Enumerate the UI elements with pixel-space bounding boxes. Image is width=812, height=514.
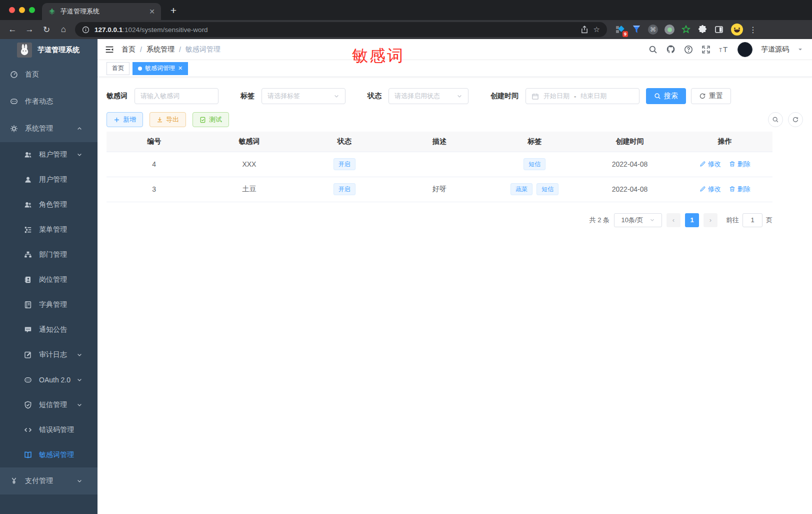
tag-select[interactable]: 请选择标签 (262, 88, 346, 104)
browser-profile-avatar[interactable] (731, 24, 743, 36)
refresh-table-button[interactable] (788, 112, 803, 127)
user-icon (24, 176, 32, 184)
fullscreen-icon[interactable] (702, 45, 710, 54)
site-info-icon[interactable] (82, 26, 90, 34)
cell-created: 2022-04-08 (582, 152, 677, 177)
caret-down-icon[interactable] (798, 47, 803, 52)
reload-button[interactable]: ↻ (39, 22, 54, 37)
add-button[interactable]: 新增 (106, 112, 143, 127)
post-icon (24, 276, 32, 284)
browser-menu-icon[interactable]: ⋮ (749, 25, 757, 35)
column-header: 敏感词 (202, 132, 296, 152)
home-button[interactable]: ⌂ (56, 22, 71, 37)
github-icon[interactable] (666, 45, 676, 54)
breadcrumb-item-home[interactable]: 首页 (122, 45, 136, 54)
prev-page-button[interactable]: ‹ (666, 213, 680, 227)
next-page-button[interactable]: › (704, 213, 718, 227)
export-button[interactable]: 导出 (150, 112, 186, 127)
address-bar[interactable]: 127.0.0.1:1024/system/sensitive-word ☆ (75, 22, 607, 37)
funnel-extension-icon[interactable] (632, 25, 642, 35)
username[interactable]: 芋道源码 (761, 45, 789, 54)
record-extension-icon[interactable] (664, 25, 674, 35)
sidebar-item-7[interactable]: 部门管理 (0, 242, 98, 267)
current-page-button[interactable]: 1 (685, 213, 699, 227)
tags-view-tab-1[interactable]: 敏感词管理✕ (132, 62, 188, 75)
sidebar-item-label: 用户管理 (39, 175, 90, 184)
delete-link[interactable]: 删除 (729, 185, 750, 194)
browser-tab[interactable]: 芋道管理系统 ✕ (42, 3, 161, 20)
date-end-placeholder: 结束日期 (580, 92, 606, 101)
search-icon (654, 93, 661, 100)
shield-icon (24, 401, 32, 409)
browser-tab-title: 芋道管理系统 (60, 7, 144, 16)
status-label: 状态 (368, 92, 382, 101)
sidebar-item-label: 错误码管理 (39, 425, 90, 434)
refresh-icon (699, 93, 706, 100)
edit-link[interactable]: 修改 (700, 185, 721, 194)
search-icon[interactable] (648, 45, 658, 54)
close-window-button[interactable] (9, 7, 15, 13)
sidebar-item-10[interactable]: 通知公告 (0, 317, 98, 342)
download-icon (156, 117, 163, 123)
sidebar-item-8[interactable]: 岗位管理 (0, 267, 98, 292)
star-extension-icon[interactable] (681, 25, 691, 35)
chat-icon (10, 98, 18, 106)
date-range-picker[interactable]: 开始日期 - 结束日期 (526, 88, 640, 104)
sidebar-logo-row[interactable]: 芋道管理系统 (0, 39, 98, 61)
zoom-window-button[interactable] (29, 7, 35, 13)
sidebar-item-3[interactable]: 租户管理 (0, 142, 98, 167)
test-button[interactable]: 测试 (192, 112, 229, 127)
breadcrumb-item-current: 敏感词管理 (186, 45, 220, 54)
book-open-icon (24, 451, 32, 459)
sidebar-item-14[interactable]: 错误码管理 (0, 417, 98, 442)
grid-diamond-extension-icon[interactable]: 9 (615, 25, 625, 35)
puzzle-extensions-icon[interactable] (698, 25, 708, 35)
breadcrumb-item-system[interactable]: 系统管理 (146, 45, 174, 54)
cell-created: 2022-04-08 (582, 177, 677, 202)
new-tab-button[interactable]: + (166, 3, 181, 18)
help-icon[interactable] (684, 45, 693, 54)
sidebar-item-label: 岗位管理 (39, 275, 90, 284)
yen-icon (10, 477, 18, 485)
status-select[interactable]: 请选择启用状态 (388, 88, 468, 104)
delete-link[interactable]: 删除 (729, 160, 750, 169)
collapse-sidebar-icon[interactable] (98, 39, 122, 60)
table-row: 4XXX开启短信2022-04-08修改删除 (106, 152, 772, 177)
show-search-icon-button[interactable] (768, 112, 783, 127)
sidebar-item-13[interactable]: 短信管理 (0, 392, 98, 417)
tab-close-icon[interactable]: ✕ (149, 8, 155, 16)
sidebar-item-11[interactable]: 审计日志 (0, 342, 98, 367)
back-button[interactable]: ← (5, 22, 20, 37)
sidebar-item-4[interactable]: 用户管理 (0, 167, 98, 192)
edit-link[interactable]: 修改 (700, 160, 721, 169)
close-icon[interactable]: ✕ (178, 65, 182, 72)
share-icon[interactable] (580, 26, 588, 34)
sidebar-item-6[interactable]: 菜单管理 (0, 217, 98, 242)
sidebar-item-15[interactable]: 敏感词管理 (0, 442, 98, 467)
font-size-icon[interactable]: TT (719, 45, 729, 54)
sidebar-item-0[interactable]: 首页 (0, 61, 98, 88)
sidebar-item-9[interactable]: 字典管理 (0, 292, 98, 317)
chevron-down-icon (334, 93, 340, 99)
sidebar-item-2[interactable]: 系统管理 (0, 115, 98, 142)
sidebar-item-5[interactable]: 角色管理 (0, 192, 98, 217)
svg-text:T: T (723, 45, 728, 54)
sidebar-item-label: 短信管理 (39, 400, 76, 409)
forward-button[interactable]: → (22, 22, 37, 37)
svg-text:T: T (719, 48, 722, 53)
cell-desc: 好呀 (392, 177, 487, 202)
sidebar-item-12[interactable]: OAuth 2.0 (0, 367, 98, 392)
reset-button[interactable]: 重置 (691, 88, 731, 104)
user-avatar[interactable] (738, 42, 752, 57)
command-extension-icon[interactable]: ⌘ (648, 25, 658, 35)
page-size-select[interactable]: 10条/页 (614, 213, 662, 227)
minimize-window-button[interactable] (19, 7, 25, 13)
bookmark-star-icon[interactable]: ☆ (594, 25, 600, 34)
keyword-input[interactable]: 请输入敏感词 (134, 88, 218, 104)
search-button[interactable]: 搜索 (646, 88, 686, 104)
sidebar-item-1[interactable]: 作者动态 (0, 88, 98, 115)
tags-view-tab-0[interactable]: 首页 (106, 62, 130, 75)
goto-page-input[interactable]: 1 (742, 213, 762, 227)
sidebar-item-16[interactable]: 支付管理 (0, 467, 98, 494)
side-panel-icon[interactable] (714, 25, 724, 35)
